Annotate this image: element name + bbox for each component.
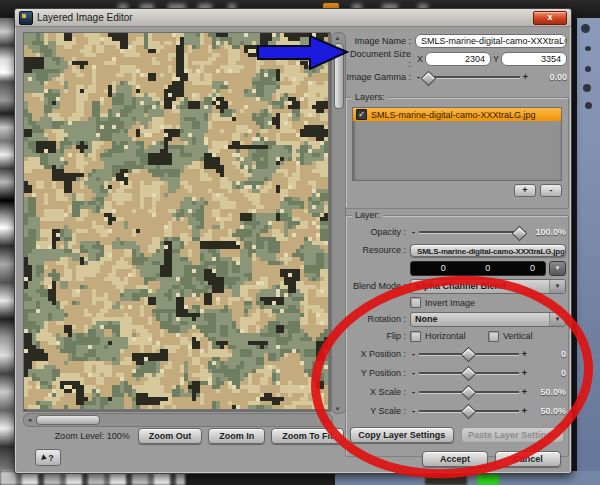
y-scale-label: Y Scale : [348,406,410,416]
vertical-scrollbar-thumb[interactable] [334,43,344,109]
slider-plus-icon[interactable]: + [521,406,528,416]
y-scale-value: 50.0% [528,406,566,416]
slider-track[interactable] [419,404,519,418]
whats-this-help-button[interactable]: ? [35,449,61,466]
horizontal-scrollbar-thumb[interactable] [36,415,100,425]
x-scale-slider[interactable]: - + [410,385,528,399]
flip-vertical-checkbox[interactable] [488,331,499,342]
layers-group-title: Layers: [352,92,388,102]
image-name-input[interactable]: SMLS-marine-digital-camo-XXXtraLG 3 [415,34,567,48]
rotation-label: Rotation : [348,314,410,324]
slider-track[interactable] [419,366,519,380]
layers-group: Layers: ✓ SMLS-marine-digital-camo-XXXtr… [345,97,569,209]
y-position-slider[interactable]: - + [410,366,528,380]
scroll-down-arrow-icon[interactable]: ▼ [332,404,343,413]
image-name-row: Image Name : SMLS-marine-digital-camo-XX… [345,32,567,50]
slider-minus-icon[interactable]: - [410,227,417,237]
slider-handle[interactable] [461,366,477,382]
zoom-controls: Zoom Level: 100% Zoom Out Zoom In Zoom T… [23,428,344,444]
chevron-down-icon[interactable]: ▼ [549,280,565,293]
y-scale-slider[interactable]: - + [410,404,528,418]
slider-track[interactable] [424,70,520,84]
panel-blur-icon [585,102,592,109]
layer-color-row: 0 0 0 ▼ [348,259,566,277]
invert-row: Invert Image [348,295,566,310]
zoom-in-button[interactable]: Zoom In [208,428,265,444]
resource-button[interactable]: SMLS-marine-digital-camo-XXXtraLG.jpg [410,244,566,257]
layer-color-swatch[interactable]: 0 0 0 [410,261,546,276]
settings-panel: Image Name : SMLS-marine-digital-camo-XX… [345,32,567,86]
layer-group-content: Opacity : - 100.0% Resource : SMLS-marin… [348,223,566,443]
scroll-right-arrow-icon[interactable]: ► [322,415,331,425]
scroll-up-arrow-icon[interactable]: ▲ [332,33,343,42]
cancel-button[interactable]: Cancel [495,451,561,467]
slider-handle[interactable] [461,404,477,420]
color-green-value: 0 [456,263,501,273]
resource-row: Resource : SMLS-marine-digital-camo-XXXt… [348,241,566,259]
flip-horizontal-control: Horizontal [410,331,488,342]
document-height-input[interactable]: 3354 [501,52,567,66]
image-gamma-slider[interactable]: - + [415,70,529,84]
color-dropdown-arrow-icon[interactable]: ▼ [549,261,566,276]
cursor-arrow-icon [41,454,48,461]
document-size-row: Document Size : X 2304 Y 3354 [345,50,567,68]
layers-list[interactable]: ✓ SMLS-marine-digital-camo-XXXtraLG.jpg [352,107,562,181]
flip-label: Flip : [348,331,410,341]
x-position-slider[interactable]: - + [410,347,528,361]
horizontal-scrollbar[interactable]: ◄ ► [23,413,333,427]
vertical-scrollbar[interactable]: ▲ ▼ [331,32,346,414]
zoom-out-button[interactable]: Zoom Out [138,428,203,444]
rotation-select[interactable]: None ▼ [410,312,566,327]
x-position-label: X Position : [348,349,410,359]
dialog-title: Layered Image Editor [37,12,529,23]
flip-horizontal-checkbox[interactable] [410,331,421,342]
dialog-titlebar[interactable]: Layered Image Editor x [15,9,571,27]
copy-layer-settings-button[interactable]: Copy Layer Settings [350,427,454,443]
slider-track[interactable] [419,385,519,399]
slider-minus-icon[interactable]: - [410,368,417,378]
slider-plus-icon[interactable]: + [521,368,528,378]
accept-button[interactable]: Accept [422,451,488,467]
slider-plus-icon[interactable]: + [521,387,528,397]
slider-track[interactable] [419,347,519,361]
paste-layer-settings-button[interactable]: Paste Layer Settings [461,427,565,443]
viewport-green-blur [477,474,499,485]
invert-checkbox[interactable] [410,297,421,308]
opacity-slider[interactable]: - [410,225,528,239]
slider-handle[interactable] [421,70,437,86]
scroll-left-arrow-icon[interactable]: ◄ [25,415,34,425]
opacity-value: 100.0% [528,227,566,237]
slider-line [419,231,526,233]
dialog-icon [19,11,33,25]
slider-handle[interactable] [461,385,477,401]
document-size-label: Document Size : [345,49,415,69]
flip-horizontal-label: Horizontal [425,331,466,341]
add-layer-button[interactable]: + [514,184,536,197]
zoom-to-fit-button[interactable]: Zoom To Fit [271,428,344,444]
slider-minus-icon[interactable]: - [410,387,417,397]
image-preview[interactable] [23,32,331,412]
chevron-down-icon[interactable]: ▼ [549,313,565,326]
close-button[interactable]: x [533,11,567,25]
layer-list-item[interactable]: ✓ SMLS-marine-digital-camo-XXXtraLG.jpg [353,108,561,121]
slider-minus-icon[interactable]: - [410,349,417,359]
slider-track[interactable] [419,225,526,239]
rotation-value: None [411,313,549,326]
blend-mode-select[interactable]: Alpha Channel Blend ▼ [410,279,566,294]
slider-plus-icon[interactable]: + [521,349,528,359]
screen: Layered Image Editor x ▲ ▼ ◄ ► Zoom Leve… [0,0,600,485]
image-name-label: Image Name : [345,36,415,46]
slider-handle[interactable] [461,347,477,363]
camo-texture-canvas [24,33,328,409]
slider-minus-icon[interactable]: - [410,406,417,416]
slider-plus-icon[interactable]: + [522,72,529,82]
resource-label: Resource : [348,245,410,255]
document-width-input[interactable]: 2304 [425,52,491,66]
y-position-row: Y Position : - + 0 [348,363,566,382]
slider-handle[interactable] [511,225,527,241]
remove-layer-button[interactable]: - [540,184,562,197]
layer-visibility-checkbox[interactable]: ✓ [356,109,367,120]
help-label: ? [48,453,54,463]
copy-paste-row: Copy Layer Settings Paste Layer Settings [350,427,564,443]
slider-line [424,76,520,78]
